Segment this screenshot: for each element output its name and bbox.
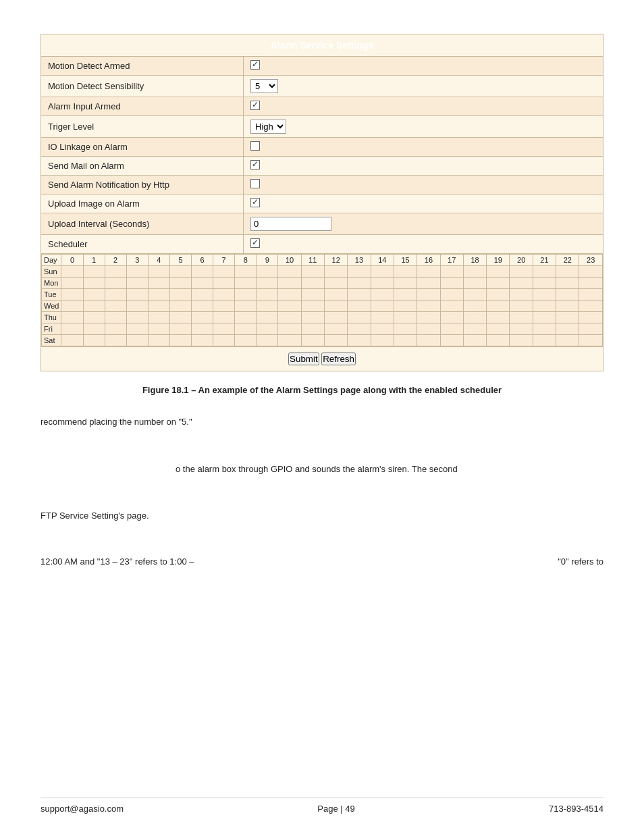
footer-phone: 713-893-4514 [549, 804, 603, 814]
row-label: Upload Image on Alarm [41, 194, 244, 213]
day-label-sun: Sun [42, 266, 61, 278]
hour-9: 9 [257, 255, 278, 266]
hour-18: 18 [463, 255, 486, 266]
scheduler-wed: Wed [42, 301, 603, 312]
day-label-mon: Mon [42, 278, 61, 289]
send-alarm-http-checkbox[interactable] [250, 179, 260, 188]
hour-1: 1 [83, 255, 105, 266]
table-row: Scheduler [41, 235, 603, 254]
day-label-thu: Thu [42, 312, 61, 323]
row-value [244, 176, 603, 194]
row-label: IO Linkage on Alarm [41, 138, 244, 157]
upload-image-checkbox[interactable] [250, 198, 260, 207]
page-content: Alarm Service Settings Motion Detect Arm… [41, 14, 603, 567]
motion-detect-sensibility-select[interactable]: 1234 567 8910 [250, 79, 278, 93]
table-row: Triger Level High Low [41, 116, 603, 138]
hour-17: 17 [440, 255, 463, 266]
hour-6: 6 [191, 255, 213, 266]
row-label: Send Mail on Alarm [41, 157, 244, 176]
scheduler-row: Day 0 1 2 3 4 5 6 7 8 9 10 11 12 [41, 254, 603, 347]
scheduler-tue: Tue [42, 289, 603, 301]
alarm-input-armed-checkbox[interactable] [250, 101, 260, 110]
row-value [244, 194, 603, 213]
hour-12: 12 [324, 255, 347, 266]
buttons-container: Submit Refresh [41, 347, 603, 371]
footer-page: Page | 49 [317, 804, 354, 814]
row-label: Scheduler [41, 235, 244, 254]
hour-8: 8 [235, 255, 257, 266]
row-value [244, 235, 603, 254]
hour-7: 7 [213, 255, 235, 266]
table-row: Upload Image on Alarm [41, 194, 603, 213]
row-value [244, 57, 603, 76]
hour-10: 10 [278, 255, 301, 266]
table-title: Alarm Service Settings [41, 34, 603, 57]
day-label-sat: Sat [42, 335, 61, 346]
row-label: Alarm Input Armed [41, 97, 244, 116]
hour-14: 14 [371, 255, 394, 266]
submit-button[interactable]: Submit [288, 353, 319, 365]
triger-level-select[interactable]: High Low [250, 120, 286, 134]
table-row: Upload Interval (Seconds) [41, 213, 603, 235]
hour-13: 13 [348, 255, 371, 266]
row-label: Upload Interval (Seconds) [41, 213, 244, 235]
figure-caption: Figure 18.1 – An example of the Alarm Se… [41, 385, 603, 395]
scheduler-header: Day 0 1 2 3 4 5 6 7 8 9 10 11 12 [42, 255, 603, 266]
day-label-tue: Tue [42, 289, 61, 301]
buttons-row: Submit Refresh [41, 347, 603, 371]
body-text-4: "0" refers to [558, 556, 603, 567]
scheduler-day-header: Day [42, 255, 61, 266]
row-value [244, 157, 603, 176]
row-label: Motion Detect Sensibility [41, 76, 244, 97]
row-label: Motion Detect Armed [41, 57, 244, 76]
hour-19: 19 [487, 255, 510, 266]
io-linkage-checkbox[interactable] [250, 141, 260, 151]
hour-23: 23 [579, 255, 603, 266]
scheduler-container: Day 0 1 2 3 4 5 6 7 8 9 10 11 12 [41, 254, 603, 347]
hour-20: 20 [510, 255, 533, 266]
scheduler-sat: Sat [42, 335, 603, 346]
hour-21: 21 [533, 255, 556, 266]
scheduler-grid: Day 0 1 2 3 4 5 6 7 8 9 10 11 12 [41, 254, 603, 346]
body-text-2: o the alarm box through GPIO and sounds … [41, 463, 603, 476]
table-row: IO Linkage on Alarm [41, 138, 603, 157]
footer-email: support@agasio.com [41, 804, 124, 814]
table-row: Motion Detect Armed [41, 57, 603, 76]
footer: support@agasio.com Page | 49 713-893-451… [41, 798, 603, 814]
send-mail-checkbox[interactable] [250, 160, 260, 170]
table-row: Send Alarm Notification by Http [41, 176, 603, 194]
row-value: High Low [244, 116, 603, 138]
row-label: Send Alarm Notification by Http [41, 176, 244, 194]
scheduler-checkbox[interactable] [250, 238, 260, 248]
motion-detect-armed-checkbox[interactable] [250, 60, 260, 70]
row-value: 1234 567 8910 [244, 76, 603, 97]
row-value [244, 97, 603, 116]
body-text-3: FTP Service Setting's page. [41, 509, 603, 523]
hour-5: 5 [169, 255, 191, 266]
upload-interval-input[interactable] [250, 217, 331, 231]
hour-16: 16 [417, 255, 440, 266]
day-label-fri: Fri [42, 323, 61, 335]
hour-15: 15 [394, 255, 417, 266]
hour-2: 2 [105, 255, 126, 266]
table-row: Alarm Input Armed [41, 97, 603, 116]
refresh-button[interactable]: Refresh [321, 353, 356, 365]
table-row: Motion Detect Sensibility 1234 567 8910 [41, 76, 603, 97]
row-value [244, 213, 603, 235]
table-header-row: Alarm Service Settings [41, 34, 603, 57]
hour-4: 4 [148, 255, 169, 266]
body-text-5: 12:00 AM and "13 – 23" refers to 1:00 – [41, 556, 194, 567]
row-label: Triger Level [41, 116, 244, 138]
hour-0: 0 [61, 255, 83, 266]
table-row: Send Mail on Alarm [41, 157, 603, 176]
row-value [244, 138, 603, 157]
body-text-4-container: 12:00 AM and "13 – 23" refers to 1:00 – … [41, 556, 603, 567]
scheduler-sun: Sun [42, 266, 603, 278]
scheduler-thu: Thu [42, 312, 603, 323]
day-label-wed: Wed [42, 301, 61, 312]
scheduler-fri: Fri [42, 323, 603, 335]
hour-11: 11 [301, 255, 324, 266]
alarm-settings-table: Alarm Service Settings Motion Detect Arm… [41, 34, 603, 371]
hour-3: 3 [126, 255, 148, 266]
scheduler-mon: Mon [42, 278, 603, 289]
